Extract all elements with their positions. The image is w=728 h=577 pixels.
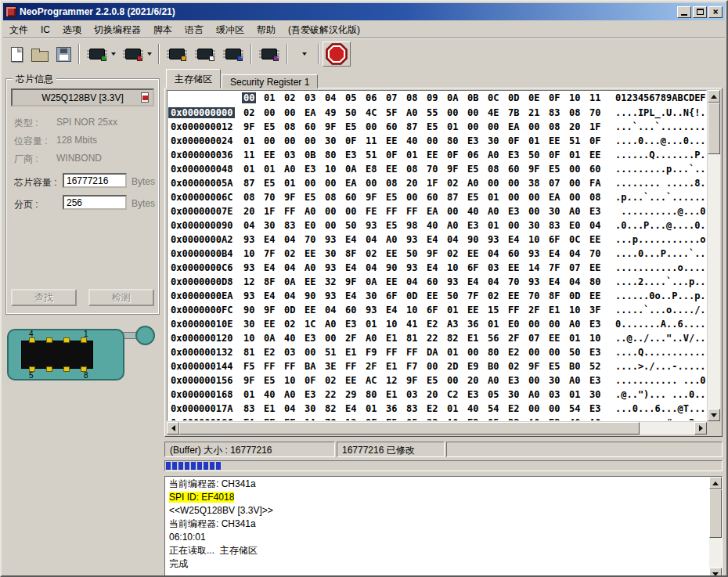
hex-byte[interactable]: E1 <box>463 331 484 345</box>
hex-byte[interactable]: E5 <box>260 176 280 190</box>
hex-byte[interactable]: A0 <box>301 204 321 218</box>
hex-byte[interactable]: 00 <box>443 106 463 120</box>
hex-byte[interactable]: 04 <box>362 233 382 247</box>
ascii-cell[interactable]: ........... ...0.. <box>615 373 707 388</box>
hex-byte[interactable]: 22 <box>321 388 341 402</box>
hex-byte[interactable]: 00 <box>565 190 586 204</box>
hex-byte[interactable]: 10 <box>321 162 341 176</box>
hex-byte[interactable]: 00 <box>484 176 504 190</box>
hex-vertical-scrollbar[interactable] <box>708 90 720 421</box>
hex-byte[interactable]: 00 <box>280 106 301 120</box>
hex-byte[interactable]: EE <box>586 289 606 303</box>
hex-byte[interactable]: E4 <box>463 275 484 289</box>
hex-byte[interactable]: 52 <box>586 359 606 373</box>
hex-byte[interactable]: E5 <box>382 416 402 421</box>
hex-byte[interactable]: 00 <box>463 120 484 134</box>
hex-byte[interactable]: 00 <box>341 204 362 218</box>
hex-byte[interactable]: F5 <box>240 359 260 373</box>
hex-byte[interactable]: EE <box>545 134 565 148</box>
hex-byte[interactable]: 03 <box>280 345 301 359</box>
hex-byte[interactable]: 20 <box>402 176 423 190</box>
hex-byte[interactable]: 30 <box>321 134 341 148</box>
hex-byte[interactable]: 30 <box>240 317 260 331</box>
hex-byte[interactable]: EE <box>382 162 402 176</box>
hex-byte[interactable]: 0A <box>362 275 382 289</box>
hex-byte[interactable]: 10 <box>524 233 545 247</box>
hex-byte[interactable]: 3E <box>321 359 341 373</box>
hex-byte[interactable]: 80 <box>321 148 341 162</box>
hex-byte[interactable]: 9F <box>240 120 260 134</box>
hex-byte[interactable]: EE <box>382 134 402 148</box>
hex-byte[interactable]: 83 <box>545 218 565 233</box>
hex-byte[interactable]: EE <box>260 148 280 162</box>
hex-byte[interactable]: E0 <box>301 218 321 233</box>
hex-byte[interactable]: EE <box>341 373 362 388</box>
hex-byte[interactable]: 00 <box>321 218 341 233</box>
hex-byte[interactable]: 8F <box>341 247 362 261</box>
hex-byte[interactable]: 00 <box>402 190 423 204</box>
hex-byte[interactable]: BA <box>301 359 321 373</box>
hex-byte[interactable]: FF <box>280 359 301 373</box>
horizontal-scroll-thumb[interactable] <box>179 422 640 435</box>
hex-byte[interactable]: 2F <box>504 331 524 345</box>
hex-byte[interactable]: 00 <box>484 120 504 134</box>
hex-byte[interactable]: 00 <box>321 176 341 190</box>
hex-byte[interactable]: EE <box>301 247 321 261</box>
hex-byte[interactable]: 04 <box>321 303 341 317</box>
hex-byte[interactable]: 9F <box>362 416 382 421</box>
menu-item[interactable]: IC <box>34 23 56 37</box>
ascii-cell[interactable]: 0.......A..6...... <box>615 317 707 331</box>
hex-byte[interactable]: 6F <box>463 261 484 275</box>
hex-byte[interactable]: 00 <box>524 373 545 388</box>
hex-byte[interactable]: 00 <box>545 402 565 416</box>
hex-byte[interactable]: 93 <box>402 233 423 247</box>
hex-byte[interactable]: 1A <box>301 416 321 421</box>
hex-byte[interactable]: 51 <box>362 148 382 162</box>
hex-byte[interactable]: E3 <box>463 134 484 148</box>
hex-byte[interactable]: 00 <box>504 190 524 204</box>
hex-byte[interactable]: 10 <box>280 373 301 388</box>
hex-byte[interactable]: 98 <box>402 218 423 233</box>
hex-byte[interactable]: E5 <box>260 373 280 388</box>
hex-byte[interactable]: 15 <box>484 303 504 317</box>
hex-byte[interactable]: 30 <box>545 373 565 388</box>
hex-byte[interactable]: 00 <box>260 134 280 148</box>
hex-byte[interactable]: 93 <box>321 233 341 247</box>
maximize-button[interactable] <box>693 6 707 18</box>
hex-byte[interactable]: 9F <box>280 190 301 204</box>
hex-byte[interactable]: 87 <box>443 190 463 204</box>
hex-byte[interactable]: 0A <box>341 162 362 176</box>
hex-byte[interactable]: 30 <box>504 388 524 402</box>
hex-byte[interactable]: 08 <box>565 106 586 120</box>
hex-byte[interactable]: 40 <box>463 402 484 416</box>
hex-byte[interactable]: 2F <box>524 303 545 317</box>
hex-byte[interactable]: 00 <box>280 134 301 148</box>
hex-byte[interactable]: E2 <box>504 402 524 416</box>
hex-byte[interactable]: 90 <box>382 261 402 275</box>
hex-byte[interactable]: 00 <box>301 176 321 190</box>
hex-byte[interactable]: FF <box>280 416 301 421</box>
hex-byte[interactable]: 00 <box>443 204 463 218</box>
hex-byte[interactable]: E0 <box>565 218 586 233</box>
hex-byte[interactable]: 0F <box>443 148 463 162</box>
hex-byte[interactable]: 04 <box>586 218 606 233</box>
hex-byte[interactable]: 0F <box>545 148 565 162</box>
hex-byte[interactable]: 01 <box>484 190 504 204</box>
hex-byte[interactable]: 30 <box>545 204 565 218</box>
hex-byte[interactable]: 0F <box>341 134 362 148</box>
hex-byte[interactable]: E1 <box>341 345 362 359</box>
hex-byte[interactable]: 60 <box>586 162 606 176</box>
hex-byte[interactable]: 01 <box>240 134 260 148</box>
hex-byte[interactable]: E3 <box>504 148 524 162</box>
write-chip-button[interactable] <box>119 41 155 67</box>
ascii-cell[interactable]: ........ .....8... <box>615 176 707 190</box>
hex-byte[interactable]: 9F <box>321 120 341 134</box>
hex-byte[interactable]: EE <box>423 148 443 162</box>
hex-byte[interactable]: 01 <box>402 148 423 162</box>
hex-byte[interactable]: E3 <box>341 148 362 162</box>
hex-byte[interactable]: EE <box>504 289 524 303</box>
hex-byte[interactable]: E3 <box>301 331 321 345</box>
hex-byte[interactable]: 00 <box>545 317 565 331</box>
hex-byte[interactable]: 10 <box>586 331 606 345</box>
hex-byte[interactable]: 00 <box>362 120 382 134</box>
